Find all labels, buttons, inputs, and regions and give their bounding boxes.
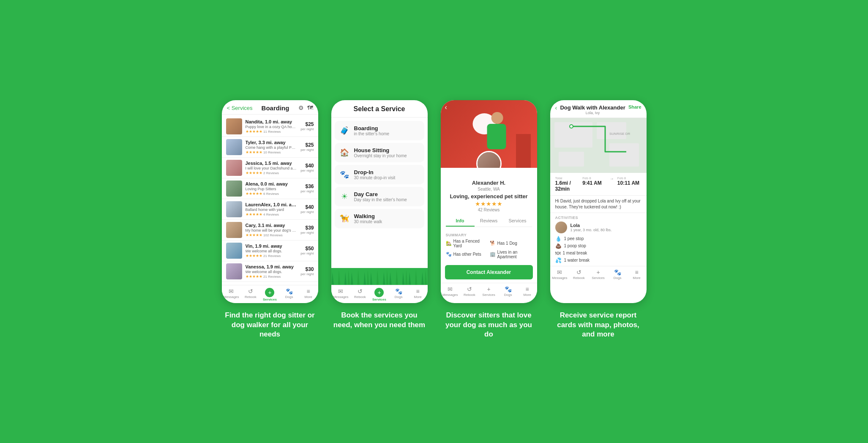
nav-item-rebook[interactable]: ↺ Rebook xyxy=(460,286,479,297)
sitter-item[interactable]: Nandita, 1.0 mi. away Puppy love in a co… xyxy=(222,116,318,137)
sitter-stars: ★★★★★ 11 Reviews xyxy=(246,129,298,134)
service-item[interactable]: 🦮 Walking 30 minute walk xyxy=(335,209,424,228)
nav-icon: ✉ xyxy=(229,288,234,295)
sitter-reviews: 21 Reviews xyxy=(263,254,281,258)
nav-item-rebook[interactable]: ↺ Rebook xyxy=(350,288,370,301)
walk-title: Dog Walk with Alexander xyxy=(560,104,625,111)
phone1-header: < Services Boarding ⚙ 🗺 xyxy=(222,100,318,115)
sitter-price: $39 per night xyxy=(300,225,314,235)
walk-map: SUNRISE DR xyxy=(550,118,647,173)
nav-item-services[interactable]: + Services xyxy=(260,288,280,301)
service-item[interactable]: ☀ Day Care Day stay in the sitter's home xyxy=(335,187,424,206)
sitter-desc: Puppy love in a cozy QA home! xyxy=(246,125,298,129)
nav-icon: ↺ xyxy=(467,286,472,293)
sitter-info: Cary, 3.1 mi. away My home will be your … xyxy=(246,223,298,237)
nav-icon: ≡ xyxy=(307,288,310,295)
sitter-item[interactable]: LaurenAlex, 1.0 mi. away Ballard home wi… xyxy=(222,199,318,220)
grass-blade xyxy=(421,272,424,285)
service-desc: Overnight stay in your home xyxy=(354,153,407,158)
tab-info[interactable]: Info xyxy=(446,216,475,227)
nav-item-dogs[interactable]: 🐾 Dogs xyxy=(279,288,299,301)
app-container: < Services Boarding ⚙ 🗺 Nandita, 1.0 mi.… xyxy=(210,90,658,353)
sitter-reviews: 21 Reviews xyxy=(263,275,281,279)
summary-text: Has 1 Dog xyxy=(497,241,517,246)
sitter-stars: ★★★★★ 6 Reviews xyxy=(246,191,298,196)
nav-label: Services xyxy=(372,298,386,301)
dog-info: Lola 1 year, 3 mo. old, 80 lbs. xyxy=(570,223,612,232)
tab-reviews[interactable]: Reviews xyxy=(475,216,503,227)
map-icon[interactable]: 🗺 xyxy=(307,104,313,111)
nav-item-rebook[interactable]: ↺ Rebook xyxy=(569,269,589,280)
activities-label: ACTIVITIES xyxy=(555,216,641,220)
summary-text: Lives in an Apartment xyxy=(497,250,532,259)
nav-item-messages[interactable]: ✉ Messages xyxy=(441,286,460,297)
sitter-name: Tyler, 3.3 mi. away xyxy=(246,140,298,145)
price-amount: $40 xyxy=(300,204,314,210)
grass-blade xyxy=(425,270,427,285)
sitter-avatar xyxy=(226,201,242,217)
contact-button[interactable]: Contact Alexander xyxy=(445,265,533,279)
price-amount: $25 xyxy=(300,142,314,148)
sitter-item[interactable]: Tyler, 3.3 mi. away Come hang with a pla… xyxy=(222,137,318,158)
nav-item-services[interactable]: + Services xyxy=(370,288,389,301)
nav-item-more[interactable]: ≡ More xyxy=(299,288,318,301)
nav-item-dogs[interactable]: 🐾 Dogs xyxy=(608,269,627,280)
nav-icon: ≡ xyxy=(416,288,420,295)
back-button[interactable]: < Services xyxy=(227,105,253,111)
activity-label: 1 pee stop xyxy=(564,236,584,241)
nav-item-services[interactable]: + Services xyxy=(479,286,499,297)
grass-blade xyxy=(389,272,392,285)
nav-item-more[interactable]: ≡ More xyxy=(518,286,537,297)
grass-blade xyxy=(379,275,382,285)
sitter-item[interactable]: Cary, 3.1 mi. away My home will be your … xyxy=(222,220,318,241)
sitter-avatar-img xyxy=(478,152,500,168)
sitter-item[interactable]: Vanessa, 1.9 mi. away We welcome all dog… xyxy=(222,261,318,282)
nav-item-dogs[interactable]: 🐾 Dogs xyxy=(498,286,518,297)
walk-subtitle: Lola, Ivy xyxy=(560,111,625,115)
sitter-list: Nandita, 1.0 mi. away Puppy love in a co… xyxy=(222,115,318,285)
filter-icon[interactable]: ⚙ xyxy=(298,104,304,111)
sitter-stars: ★★★★★ 102 Reviews xyxy=(246,233,298,237)
share-button[interactable]: Share xyxy=(628,104,641,109)
nav-item-messages[interactable]: ✉ Messages xyxy=(222,288,241,301)
summary-text: Has other Pets xyxy=(453,252,481,257)
grass-blade xyxy=(418,275,421,285)
nav-icon: ✉ xyxy=(338,288,343,295)
sitter-info: Nandita, 1.0 mi. away Puppy love in a co… xyxy=(246,119,298,134)
nav-item-more[interactable]: ≡ More xyxy=(408,288,428,301)
sitter-info: Tyler, 3.3 mi. away Come hang with a pla… xyxy=(246,140,298,154)
sitter-item[interactable]: Vin, 1.9 mi. away We welcome all dogs. ★… xyxy=(222,241,318,261)
nav-item-more[interactable]: ≡ More xyxy=(627,269,647,280)
summary-icon: 🐕 xyxy=(490,241,496,246)
grass-blade xyxy=(335,275,337,285)
price-amount: $25 xyxy=(300,121,314,127)
nav-item-messages[interactable]: ✉ Messages xyxy=(331,288,351,301)
nav-icon: + xyxy=(596,269,600,276)
tab-services[interactable]: Services xyxy=(503,216,532,227)
price-amount: $39 xyxy=(300,225,314,231)
nav-item-services[interactable]: + Services xyxy=(589,269,608,280)
sitter-item[interactable]: Alena, 0.0 mi. away Loving Pup Sitters ★… xyxy=(222,178,318,199)
nav-item-rebook[interactable]: ↺ Rebook xyxy=(241,288,260,301)
grass-blade xyxy=(405,270,408,285)
phone2-title: Select a Service xyxy=(338,105,421,113)
svg-point-7 xyxy=(570,125,573,128)
nav-label: More xyxy=(524,293,531,297)
nav-item-messages[interactable]: ✉ Messages xyxy=(550,269,570,280)
sitter-desc: Come hang with a playful Poma... xyxy=(246,145,298,150)
phone2-header: Select a Service xyxy=(331,100,428,118)
nav-item-dogs[interactable]: 🐾 Dogs xyxy=(389,288,408,301)
sitter-item[interactable]: Jessica, 1.5 mi. away I will love your D… xyxy=(222,158,318,178)
price-unit: per night xyxy=(300,127,314,131)
red-door xyxy=(516,134,531,168)
service-item[interactable]: 🏠 House Sitting Overnight stay in your h… xyxy=(335,143,424,162)
phone4-back[interactable]: ‹ xyxy=(555,104,557,111)
total-stat: Total 1.6mi / 32min xyxy=(555,176,579,192)
bottom-nav-3: ✉ Messages ↺ Rebook + Services 🐾 Dogs ≡ … xyxy=(441,283,537,298)
service-item[interactable]: 🐾 Drop-In 30 minute drop-in visit xyxy=(335,165,424,184)
price-amount: $40 xyxy=(300,163,314,169)
service-item[interactable]: 🧳 Boarding in the sitter's home xyxy=(335,121,424,140)
grass-blade xyxy=(377,270,379,285)
sitter-avatar-img xyxy=(226,180,242,197)
walk-message: Hi David, just dropped Lola and Ivy off … xyxy=(550,196,647,213)
